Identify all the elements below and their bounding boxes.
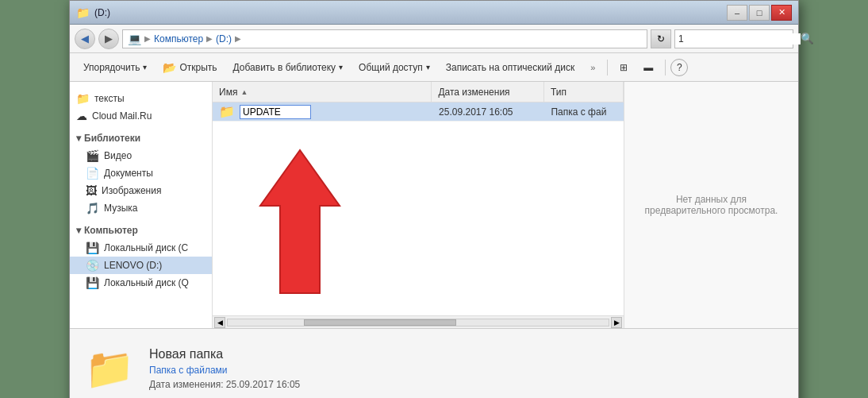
open-button[interactable]: 📂 Открыть [156,56,224,79]
sidebar-video-label: Видео [104,150,132,161]
scroll-right-button[interactable]: ▶ [611,317,622,328]
share-label: Общий доступ [359,62,423,73]
add-library-chevron-icon: ▾ [339,63,343,71]
sidebar-item-video[interactable]: 🎬 Видео [70,147,212,164]
file-folder-icon: 📁 [219,104,235,119]
toolbar-separator-2 [665,60,666,75]
sidebar-item-images[interactable]: 🖼 Изображения [70,182,212,199]
view-options-button[interactable]: ⊞ [613,56,635,79]
title-bar: 📁 (D:) – □ ✕ [70,1,798,25]
organize-button[interactable]: Упорядочить ▾ [76,56,154,79]
no-preview-text: Нет данных для предварительного просмотр… [640,194,782,216]
burn-label: Записать на оптический диск [446,62,575,73]
search-bar: 🔍 [674,29,793,48]
file-name-col: 📁 [213,104,432,119]
window-title: (D:) [94,7,110,18]
share-chevron-icon: ▾ [426,63,430,71]
documents-icon: 📄 [86,167,99,180]
more-button[interactable]: » [583,56,602,79]
minimize-button[interactable]: – [727,5,747,21]
libraries-header: ▾ Библиотеки [70,129,212,147]
drive-c-icon: 💾 [86,242,99,254]
sidebar-item-drive-d[interactable]: 💿 LENOVO (D:) [70,257,212,274]
path-arrow-3: ▶ [235,34,241,43]
preview-pane: Нет данных для предварительного просмотр… [624,82,798,328]
svg-marker-0 [260,150,340,293]
table-row[interactable]: 📁 25.09.2017 16:05 Папка с фай [213,102,624,122]
computer-label: Компьютер [84,225,138,236]
explorer-window: 📁 (D:) – □ ✕ ◀ ▶ 💻 ▶ Компьютер ▶ (D:) ▶ … [69,0,799,398]
file-header: Имя ▲ Дата изменения Тип [213,82,624,102]
scroll-thumb[interactable] [304,319,456,326]
folder-large-icon: 📁 [82,345,137,392]
share-button[interactable]: Общий доступ ▾ [351,56,437,79]
sidebar-drive-c-label: Локальный диск (C [104,242,188,253]
file-name-input[interactable] [240,105,311,119]
computer-header: ▾ Компьютер [70,222,212,239]
maximize-button[interactable]: □ [749,5,770,21]
libraries-label: Библиотеки [84,133,140,144]
add-to-library-button[interactable]: Добавить в библиотеку ▾ [226,56,351,79]
sidebar-item-drive-c[interactable]: 💾 Локальный диск (C [70,239,212,257]
col-header-type[interactable]: Тип [544,82,624,102]
address-bar: ◀ ▶ 💻 ▶ Компьютер ▶ (D:) ▶ ↻ 🔍 [70,25,798,53]
sidebar-item-cloudmail[interactable]: ☁ Cloud Mail.Ru [70,107,212,125]
sidebar-item-drive-q[interactable]: 💾 Локальный диск (Q [70,274,212,292]
cloud-icon: ☁ [76,110,87,122]
search-icon[interactable]: 🔍 [801,30,814,48]
sidebar-images-label: Изображения [102,185,161,196]
open-label: Открыть [179,62,217,73]
search-input[interactable] [675,33,801,44]
path-arrow-1: ▶ [144,34,151,43]
sidebar: 📁 тексты ☁ Cloud Mail.Ru ▾ Библиотеки 🎬 … [70,82,213,328]
folder-date-label: Дата изменения: [149,379,224,390]
sidebar-music-label: Музыка [104,203,137,214]
sidebar-libraries-section: ▾ Библиотеки 🎬 Видео 📄 Документы 🖼 Изобр… [70,129,212,217]
title-bar-left: 📁 (D:) [76,6,110,19]
file-list: 📁 25.09.2017 16:05 Папка с фай [213,102,624,315]
col-header-name[interactable]: Имя ▲ [213,82,432,102]
refresh-button[interactable]: ↻ [651,29,671,48]
path-arrow-2: ▶ [206,34,213,43]
window-icon: 📁 [76,6,90,19]
path-segment-computer[interactable]: Компьютер [154,33,203,44]
up-arrow-indicator [252,142,348,301]
computer-expand-icon: ▾ [76,225,81,236]
path-bar: 💻 ▶ Компьютер ▶ (D:) ▶ [122,29,647,48]
horizontal-scrollbar: ◀ ▶ [213,315,624,328]
col-sort-icon: ▲ [240,88,248,96]
sidebar-drive-q-label: Локальный диск (Q [104,277,189,288]
toolbar: Упорядочить ▾ 📂 Открыть Добавить в библи… [70,53,798,82]
drive-q-icon: 💾 [86,276,99,289]
pane-button[interactable]: ▬ [636,56,660,79]
scroll-track[interactable] [227,319,609,327]
sidebar-item-music[interactable]: 🎵 Музыка [70,199,212,217]
burn-button[interactable]: Записать на оптический диск [439,56,582,79]
file-type-col: Папка с фай [544,106,624,118]
path-segment-drive[interactable]: (D:) [216,33,232,44]
open-icon: 📂 [163,61,176,74]
folder-emoji-icon: 📁 [85,346,134,392]
forward-button[interactable]: ▶ [98,29,119,49]
organize-chevron-icon: ▾ [143,63,147,71]
images-icon: 🖼 [86,184,97,197]
back-button[interactable]: ◀ [75,29,95,49]
col-header-date[interactable]: Дата изменения [432,82,544,102]
folder-icon: 📁 [76,92,90,105]
sidebar-item-documents[interactable]: 📄 Документы [70,164,212,182]
close-button[interactable]: ✕ [771,5,792,21]
help-button[interactable]: ? [670,59,688,76]
file-area: Имя ▲ Дата изменения Тип 📁 [213,82,624,328]
scroll-left-button[interactable]: ◀ [214,317,225,328]
main-area: 📁 тексты ☁ Cloud Mail.Ru ▾ Библиотеки 🎬 … [70,82,798,328]
music-icon: 🎵 [86,202,99,214]
sidebar-computer-section: ▾ Компьютер 💾 Локальный диск (C 💿 LENOVO… [70,222,212,292]
drive-d-icon: 💿 [86,259,99,272]
col-name-label: Имя [219,87,237,98]
path-icon: 💻 [128,33,141,45]
sidebar-item-teksity[interactable]: 📁 тексты [70,90,212,107]
organize-label: Упорядочить [83,62,140,73]
video-icon: 🎬 [86,149,99,162]
add-library-label: Добавить в библиотеку [233,62,336,73]
folder-info: Новая папка Папка с файлами Дата изменен… [149,347,300,390]
